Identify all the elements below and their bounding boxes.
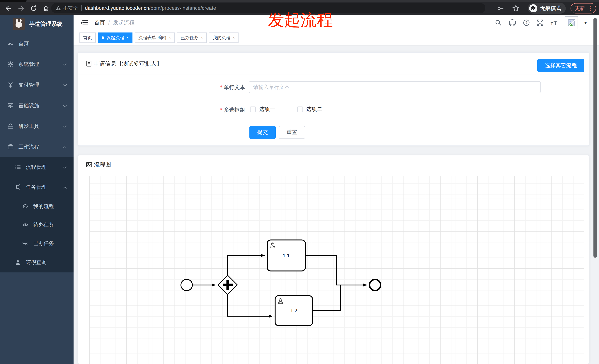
choose-other-process-button[interactable]: 选择其它流程	[537, 59, 584, 72]
toolbox-icon	[7, 144, 14, 150]
screen: 不安全 dashboard.yudao.iocoder.cn/bpm/proce…	[0, 0, 599, 364]
sidebar-item-infra[interactable]: 基础设施	[0, 95, 73, 116]
view-tab-done-tasks[interactable]: 已办任务×	[177, 33, 207, 43]
chevron-down-icon	[63, 82, 67, 88]
flow-gateway-to-task2	[228, 294, 272, 316]
incognito-label: 无痕模式	[540, 5, 561, 12]
sidebar-item-process-mgmt[interactable]: 流程管理	[0, 157, 73, 177]
password-key-icon[interactable]	[497, 5, 504, 12]
scrollbar-thumb[interactable]	[593, 18, 597, 258]
form-card-header: 申请信息【测试多审批人】	[78, 53, 589, 75]
sidebar-item-todo-tasks[interactable]: 待办任务	[0, 216, 73, 234]
url-divider	[81, 5, 82, 11]
list-icon	[15, 164, 21, 170]
update-button[interactable]: 更新 ⋮	[571, 3, 596, 13]
document-icon	[86, 61, 92, 67]
app-header: 首页 / 发起流程 ? TT ▼	[73, 15, 599, 31]
flow-task1-to-end	[305, 255, 367, 285]
sidebar-item-home[interactable]: 首页	[0, 33, 73, 54]
avatar[interactable]	[565, 16, 578, 29]
update-label: 更新	[575, 5, 585, 12]
chevron-down-icon	[63, 61, 67, 67]
sidebar-item-workflow[interactable]: 工作流程	[0, 137, 73, 157]
view-tab-form-edit[interactable]: 流程表单-编辑×	[135, 33, 175, 43]
sidebar-item-system[interactable]: 系统管理	[0, 54, 73, 75]
sidebar-item-devtools[interactable]: 研发工具	[0, 116, 73, 137]
app-logo-row[interactable]: 芋道管理系统	[0, 15, 73, 33]
view-tabbar: 首页 发起流程× 流程表单-编辑× 已办任务× 我的流程×	[73, 31, 599, 45]
app-logo	[13, 18, 25, 30]
reload-icon[interactable]	[30, 5, 37, 12]
flow-gateway-to-task1	[228, 255, 264, 275]
workflow-submenu: 流程管理 任务管理 我的流程 待办任务 已办	[0, 157, 73, 272]
user-task-1-1[interactable]: 1.1	[267, 240, 305, 271]
checkbox-group: 选项一 选项二	[250, 105, 322, 114]
forward-icon[interactable]	[17, 5, 25, 12]
user-task-1-2[interactable]: 1.2	[275, 296, 312, 326]
checkbox-option2-label[interactable]: 选项二	[306, 106, 322, 113]
start-event[interactable]	[181, 279, 192, 291]
fullscreen-icon[interactable]	[537, 19, 544, 26]
application-form-card: 申请信息【测试多审批人】 选择其它流程 *单行文本 *多选框组 选项一 选项二 …	[78, 52, 589, 146]
diagram-card-title: 流程图	[94, 161, 111, 169]
chevron-down-icon	[63, 103, 67, 109]
monitor-icon	[7, 103, 14, 109]
parallel-gateway[interactable]	[218, 275, 237, 294]
sidebar-item-task-mgmt[interactable]: 任务管理	[0, 177, 73, 197]
bpmn-canvas[interactable]: 1.1 1.2	[89, 176, 584, 364]
checkbox-option1[interactable]	[250, 107, 256, 112]
form-card-title: 申请信息【测试多审批人】	[94, 60, 162, 68]
avatar-caret-icon[interactable]: ▼	[583, 20, 588, 26]
sidebar-item-leave-query[interactable]: 请假查询	[0, 253, 73, 272]
url-path: /bpm/process-instance/create	[149, 5, 216, 11]
end-event[interactable]	[370, 279, 381, 290]
sidebar-item-my-process[interactable]: 我的流程	[0, 197, 73, 216]
view-tab-home[interactable]: 首页	[79, 33, 96, 43]
incognito-badge: 无痕模式	[528, 3, 566, 14]
svg-text:?: ?	[525, 21, 528, 25]
svg-text:T: T	[551, 21, 553, 26]
broken-image-icon	[568, 19, 575, 26]
submit-button[interactable]: 提交	[249, 126, 276, 139]
view-tab-create-process[interactable]: 发起流程×	[98, 33, 132, 43]
breadcrumb: 首页 / 发起流程	[94, 15, 134, 31]
sidebar-item-done-tasks[interactable]: 已办任务	[0, 234, 73, 253]
close-icon[interactable]: ×	[126, 35, 129, 40]
user-icon	[15, 260, 21, 265]
security-label: 不安全	[63, 5, 78, 11]
view-tab-my-process[interactable]: 我的流程×	[209, 33, 239, 43]
annotation-text: 发起流程	[268, 11, 333, 28]
github-icon[interactable]	[509, 19, 516, 26]
url-domain: dashboard.yudao.iocoder.cn	[85, 5, 149, 11]
reset-button[interactable]: 重置	[279, 126, 305, 139]
close-icon[interactable]: ×	[169, 35, 171, 40]
task-label: 1.2	[290, 308, 297, 313]
breadcrumb-current: 发起流程	[113, 19, 134, 26]
bookmark-star-icon[interactable]	[512, 5, 520, 12]
help-icon[interactable]: ?	[523, 19, 530, 26]
checkbox-option1-label[interactable]: 选项一	[259, 106, 275, 113]
yen-icon	[7, 82, 14, 88]
close-icon[interactable]: ×	[201, 35, 203, 40]
text-field-label: *单行文本	[78, 84, 245, 91]
font-size-icon[interactable]: TT	[550, 19, 558, 26]
browser-menu-icon[interactable]: ⋮	[588, 6, 593, 11]
back-icon[interactable]	[5, 5, 12, 12]
eye-closed-icon	[22, 240, 28, 246]
breadcrumb-separator: /	[108, 20, 110, 26]
single-line-text-input[interactable]	[249, 81, 541, 93]
required-mark: *	[220, 107, 222, 113]
active-dot	[102, 36, 104, 39]
flow-task2-to-end	[312, 285, 340, 311]
home-icon[interactable]	[43, 5, 50, 12]
tree-icon	[15, 184, 21, 190]
process-diagram-card: 流程图	[78, 155, 589, 364]
close-icon[interactable]: ×	[233, 35, 235, 40]
checkbox-group-label: *多选框组	[78, 106, 245, 114]
search-icon[interactable]	[495, 19, 502, 26]
collapse-sidebar-icon[interactable]	[80, 19, 88, 27]
sidebar-item-payment[interactable]: 支付管理	[0, 75, 73, 95]
bpmn-diagram: 1.1 1.2	[89, 176, 584, 364]
breadcrumb-home[interactable]: 首页	[94, 19, 105, 26]
checkbox-option2[interactable]	[297, 107, 303, 112]
